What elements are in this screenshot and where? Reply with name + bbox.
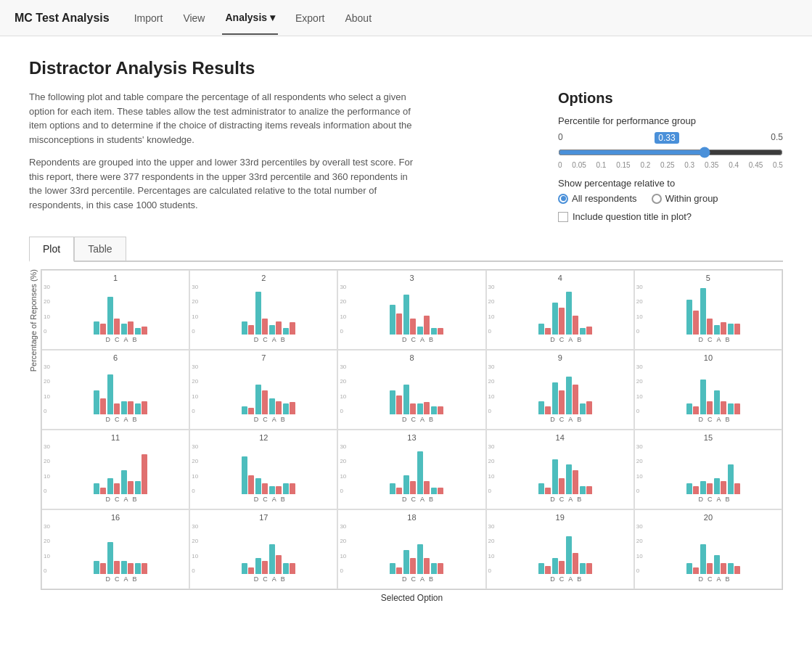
bar-group-9-A <box>566 377 578 414</box>
checkbox-group[interactable]: Include question title in plot? <box>558 211 783 222</box>
bar-teal-15-C <box>700 481 706 494</box>
x-labels-9: DCAB <box>488 416 632 423</box>
y-ticks-5: 0102030 <box>636 284 643 335</box>
bar-chart-3 <box>340 284 483 335</box>
radio-all-dot <box>561 196 566 201</box>
bar-pink-8-D <box>396 395 402 414</box>
chart-grid: 10102030DCAB20102030DCAB30102030DCAB4010… <box>41 269 783 590</box>
bar-teal-12-B <box>283 483 289 494</box>
bar-teal-11-C <box>107 478 113 494</box>
bar-pink-10-B <box>734 403 740 414</box>
bar-group-3-A <box>417 316 430 335</box>
bar-group-10-C <box>700 380 713 414</box>
bar-pink-9-D <box>545 406 551 414</box>
bar-pink-16-A <box>128 563 134 574</box>
bar-chart-19 <box>488 523 632 574</box>
bar-pink-17-C <box>262 561 268 574</box>
bar-teal-16-C <box>107 542 113 574</box>
bar-group-4-D <box>538 324 551 335</box>
chart-wrapper: Percentage of Reponses (%) 10102030DCAB2… <box>29 269 783 603</box>
bar-group-13-A <box>417 451 430 494</box>
bar-chart-9 <box>488 364 632 414</box>
bar-pink-10-C <box>707 401 713 414</box>
bar-pink-1-D <box>100 324 106 335</box>
x-labels-6: DCAB <box>44 416 187 423</box>
bar-group-2-A <box>269 321 282 335</box>
y-ticks-13: 0102030 <box>340 443 346 494</box>
bar-pink-15-C <box>707 483 713 494</box>
chart-cell-20: 200102030DCAB <box>634 509 782 589</box>
bar-teal-17-A <box>269 544 275 574</box>
radio-within-group[interactable]: Within group <box>652 193 718 204</box>
bar-teal-16-A <box>121 561 127 574</box>
bar-teal-13-C <box>403 475 409 494</box>
bar-pink-9-A <box>573 385 578 414</box>
description-2: Repondents are grouped into the upper an… <box>29 155 414 212</box>
y-ticks-12: 0102030 <box>192 443 198 494</box>
nav-view[interactable]: View <box>180 2 208 34</box>
radio-all-respondents[interactable]: All respondents <box>558 193 637 204</box>
nav-import[interactable]: Import <box>131 2 166 34</box>
left-section: The following plot and table compare the… <box>29 90 529 222</box>
chart-cell-15: 150102030DCAB <box>634 430 782 509</box>
y-ticks-14: 0102030 <box>488 443 495 494</box>
chart-title-13: 13 <box>340 433 483 442</box>
bar-group-19-A <box>566 536 578 574</box>
bar-teal-14-D <box>538 483 544 494</box>
nav-export[interactable]: Export <box>292 2 327 34</box>
bar-teal-5-D <box>686 300 692 335</box>
bar-group-2-C <box>255 292 268 335</box>
bar-teal-1-A <box>121 324 127 335</box>
bar-pink-12-A <box>276 486 282 494</box>
bar-pink-3-C <box>410 319 416 335</box>
bar-pink-7-A <box>276 401 282 414</box>
slider-max: 0.5 <box>771 132 783 144</box>
tab-plot[interactable]: Plot <box>29 237 74 262</box>
bar-pink-17-A <box>276 555 282 574</box>
bar-group-19-B <box>580 563 592 574</box>
bar-group-12-C <box>255 478 268 494</box>
bar-teal-2-B <box>283 328 289 335</box>
bar-group-3-B <box>431 328 443 335</box>
bar-pink-4-C <box>559 308 565 335</box>
bar-pink-2-D <box>248 325 254 335</box>
bar-teal-10-C <box>700 380 706 414</box>
nav-analysis[interactable]: Analysis ▾ <box>222 1 277 35</box>
x-labels-7: DCAB <box>192 416 335 423</box>
bar-group-19-D <box>538 563 551 574</box>
bar-chart-5 <box>636 284 780 335</box>
chart-title-16: 16 <box>44 513 187 522</box>
bar-pink-1-A <box>128 321 134 335</box>
bar-pink-19-A <box>573 553 578 574</box>
bar-chart-15 <box>636 443 780 494</box>
chart-title-7: 7 <box>192 353 335 362</box>
bar-pink-16-D <box>100 563 106 574</box>
options-title: Options <box>558 90 783 107</box>
bar-teal-5-B <box>728 324 734 335</box>
bar-pink-13-A <box>424 481 430 494</box>
bar-teal-11-A <box>121 470 127 494</box>
include-title-checkbox[interactable] <box>558 212 568 222</box>
percentile-slider[interactable] <box>558 147 783 158</box>
bar-teal-4-A <box>566 292 572 335</box>
bar-teal-15-D <box>686 483 692 494</box>
x-labels-3: DCAB <box>340 336 483 343</box>
nav-about[interactable]: About <box>342 2 374 34</box>
tab-table[interactable]: Table <box>74 237 126 261</box>
bar-pink-14-B <box>586 486 592 494</box>
bar-group-17-B <box>283 563 295 574</box>
bar-teal-8-C <box>403 385 409 414</box>
bar-pink-6-A <box>128 401 134 414</box>
chart-title-19: 19 <box>488 513 632 522</box>
bar-chart-2 <box>192 284 335 335</box>
bar-pink-12-C <box>262 483 268 494</box>
x-labels-1: DCAB <box>44 336 187 343</box>
bar-group-18-B <box>431 563 443 574</box>
bar-group-16-D <box>94 561 106 574</box>
bar-group-6-A <box>121 401 134 414</box>
show-pct-label: Show percentage relative to <box>558 178 783 189</box>
y-ticks-9: 0102030 <box>488 364 495 414</box>
bar-teal-9-D <box>538 401 544 414</box>
bar-group-10-B <box>728 403 740 414</box>
y-ticks-7: 0102030 <box>192 364 198 414</box>
